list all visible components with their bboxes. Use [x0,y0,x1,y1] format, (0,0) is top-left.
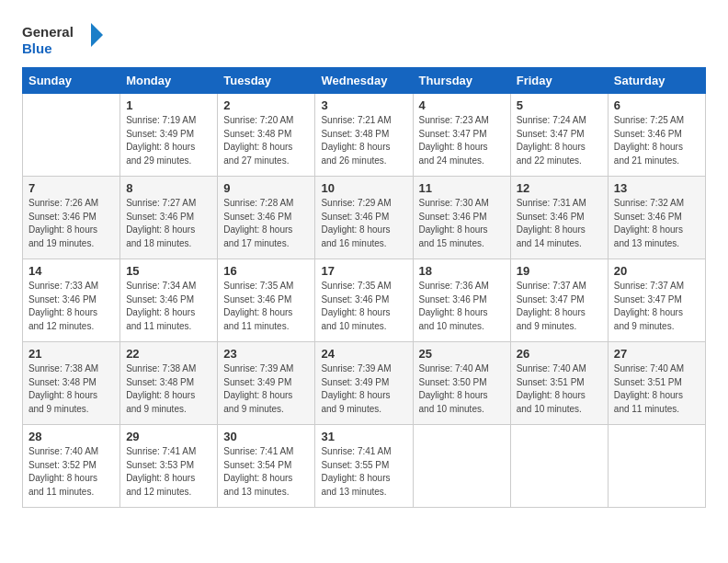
calendar-cell [608,425,705,508]
calendar-cell: 23Sunrise: 7:39 AM Sunset: 3:49 PM Dayli… [218,342,315,425]
calendar-cell [510,425,608,508]
day-info: Sunrise: 7:36 AM Sunset: 3:46 PM Dayligh… [419,280,505,333]
svg-text:Blue: Blue [22,40,52,56]
day-info: Sunrise: 7:33 AM Sunset: 3:46 PM Dayligh… [28,280,114,333]
calendar-cell: 1Sunrise: 7:19 AM Sunset: 3:49 PM Daylig… [120,94,218,177]
calendar-cell: 14Sunrise: 7:33 AM Sunset: 3:46 PM Dayli… [23,259,120,342]
day-number: 17 [321,264,406,278]
day-number: 18 [419,264,505,278]
day-info: Sunrise: 7:35 AM Sunset: 3:46 PM Dayligh… [321,280,406,333]
day-number: 16 [223,264,309,278]
calendar-cell: 15Sunrise: 7:34 AM Sunset: 3:46 PM Dayli… [120,259,218,342]
col-header-wednesday: Wednesday [315,68,413,94]
day-info: Sunrise: 7:37 AM Sunset: 3:47 PM Dayligh… [517,280,602,333]
generalblue-logo-icon: General Blue [22,18,105,60]
day-number: 9 [223,181,309,195]
col-header-thursday: Thursday [413,68,510,94]
day-number: 12 [517,181,602,195]
day-number: 29 [126,430,211,443]
day-number: 24 [321,347,406,361]
calendar-table: SundayMondayTuesdayWednesdayThursdayFrid… [22,67,706,508]
day-number: 8 [126,181,211,195]
day-number: 2 [223,98,309,112]
calendar-cell [413,425,510,508]
calendar-cell: 21Sunrise: 7:38 AM Sunset: 3:48 PM Dayli… [23,342,120,425]
day-number: 1 [126,98,211,112]
svg-marker-2 [91,23,103,47]
day-info: Sunrise: 7:41 AM Sunset: 3:54 PM Dayligh… [223,445,309,499]
day-number: 25 [419,347,505,361]
logo: General Blue [22,18,105,60]
day-info: Sunrise: 7:35 AM Sunset: 3:46 PM Dayligh… [223,280,309,333]
col-header-sunday: Sunday [23,68,120,94]
day-number: 6 [614,98,700,112]
day-info: Sunrise: 7:30 AM Sunset: 3:46 PM Dayligh… [419,197,505,250]
day-number: 11 [419,181,505,195]
calendar-cell: 19Sunrise: 7:37 AM Sunset: 3:47 PM Dayli… [510,259,608,342]
calendar-cell: 30Sunrise: 7:41 AM Sunset: 3:54 PM Dayli… [218,425,315,508]
day-number: 13 [614,181,700,195]
calendar-cell: 2Sunrise: 7:20 AM Sunset: 3:48 PM Daylig… [218,94,315,177]
calendar-cell [23,94,120,177]
day-info: Sunrise: 7:38 AM Sunset: 3:48 PM Dayligh… [28,362,114,416]
day-info: Sunrise: 7:27 AM Sunset: 3:46 PM Dayligh… [126,197,211,250]
col-header-saturday: Saturday [608,68,705,94]
calendar-cell: 26Sunrise: 7:40 AM Sunset: 3:51 PM Dayli… [510,342,608,425]
day-number: 26 [517,347,602,361]
day-info: Sunrise: 7:32 AM Sunset: 3:46 PM Dayligh… [614,197,700,250]
col-header-monday: Monday [120,68,218,94]
day-number: 19 [517,264,602,278]
day-info: Sunrise: 7:40 AM Sunset: 3:51 PM Dayligh… [614,362,700,416]
calendar-week-row: 21Sunrise: 7:38 AM Sunset: 3:48 PM Dayli… [23,342,706,425]
calendar-cell: 8Sunrise: 7:27 AM Sunset: 3:46 PM Daylig… [120,177,218,259]
calendar-cell: 5Sunrise: 7:24 AM Sunset: 3:47 PM Daylig… [510,94,608,177]
day-info: Sunrise: 7:38 AM Sunset: 3:48 PM Dayligh… [126,362,211,416]
day-number: 10 [321,181,406,195]
day-number: 7 [28,181,114,195]
svg-text:General: General [22,24,74,40]
calendar-cell: 12Sunrise: 7:31 AM Sunset: 3:46 PM Dayli… [510,177,608,259]
col-header-friday: Friday [510,68,608,94]
calendar-cell: 24Sunrise: 7:39 AM Sunset: 3:49 PM Dayli… [315,342,413,425]
day-info: Sunrise: 7:26 AM Sunset: 3:46 PM Dayligh… [28,197,114,250]
calendar-cell: 20Sunrise: 7:37 AM Sunset: 3:47 PM Dayli… [608,259,705,342]
calendar-cell: 10Sunrise: 7:29 AM Sunset: 3:46 PM Dayli… [315,177,413,259]
calendar-cell: 3Sunrise: 7:21 AM Sunset: 3:48 PM Daylig… [315,94,413,177]
day-info: Sunrise: 7:23 AM Sunset: 3:47 PM Dayligh… [419,114,505,167]
day-number: 4 [419,98,505,112]
calendar-cell: 18Sunrise: 7:36 AM Sunset: 3:46 PM Dayli… [413,259,510,342]
calendar-cell: 6Sunrise: 7:25 AM Sunset: 3:46 PM Daylig… [608,94,705,177]
day-number: 3 [321,98,406,112]
day-number: 15 [126,264,211,278]
calendar-cell: 17Sunrise: 7:35 AM Sunset: 3:46 PM Dayli… [315,259,413,342]
day-number: 22 [126,347,211,361]
day-info: Sunrise: 7:31 AM Sunset: 3:46 PM Dayligh… [517,197,602,250]
calendar-cell: 25Sunrise: 7:40 AM Sunset: 3:50 PM Dayli… [413,342,510,425]
calendar-cell: 29Sunrise: 7:41 AM Sunset: 3:53 PM Dayli… [120,425,218,508]
calendar-week-row: 28Sunrise: 7:40 AM Sunset: 3:52 PM Dayli… [23,425,706,508]
calendar-header-row: SundayMondayTuesdayWednesdayThursdayFrid… [23,68,706,94]
day-info: Sunrise: 7:39 AM Sunset: 3:49 PM Dayligh… [321,362,406,416]
calendar-week-row: 1Sunrise: 7:19 AM Sunset: 3:49 PM Daylig… [23,94,706,177]
calendar-cell: 27Sunrise: 7:40 AM Sunset: 3:51 PM Dayli… [608,342,705,425]
calendar-week-row: 14Sunrise: 7:33 AM Sunset: 3:46 PM Dayli… [23,259,706,342]
day-info: Sunrise: 7:24 AM Sunset: 3:47 PM Dayligh… [517,114,602,167]
day-info: Sunrise: 7:29 AM Sunset: 3:46 PM Dayligh… [321,197,406,250]
day-number: 27 [614,347,700,361]
day-info: Sunrise: 7:25 AM Sunset: 3:46 PM Dayligh… [614,114,700,167]
day-info: Sunrise: 7:19 AM Sunset: 3:49 PM Dayligh… [126,114,211,167]
day-info: Sunrise: 7:37 AM Sunset: 3:47 PM Dayligh… [614,280,700,333]
day-number: 20 [614,264,700,278]
day-number: 23 [223,347,309,361]
day-info: Sunrise: 7:41 AM Sunset: 3:53 PM Dayligh… [126,445,211,499]
day-number: 28 [28,430,114,443]
day-number: 14 [28,264,114,278]
calendar-cell: 11Sunrise: 7:30 AM Sunset: 3:46 PM Dayli… [413,177,510,259]
page-header: General Blue [22,18,706,60]
calendar-cell: 16Sunrise: 7:35 AM Sunset: 3:46 PM Dayli… [218,259,315,342]
day-info: Sunrise: 7:34 AM Sunset: 3:46 PM Dayligh… [126,280,211,333]
day-info: Sunrise: 7:20 AM Sunset: 3:48 PM Dayligh… [223,114,309,167]
day-info: Sunrise: 7:40 AM Sunset: 3:51 PM Dayligh… [517,362,602,416]
calendar-cell: 9Sunrise: 7:28 AM Sunset: 3:46 PM Daylig… [218,177,315,259]
calendar-cell: 31Sunrise: 7:41 AM Sunset: 3:55 PM Dayli… [315,425,413,508]
